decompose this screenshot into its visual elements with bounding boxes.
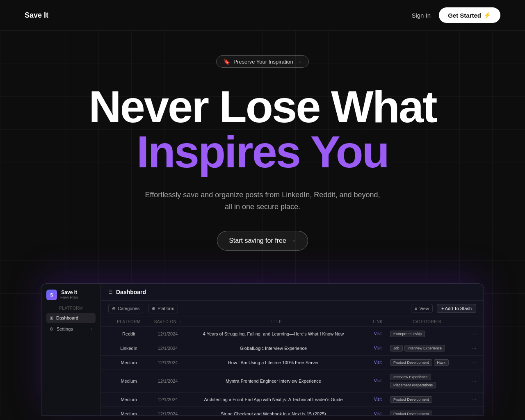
get-started-button[interactable]: Get Started ⚡ [439, 7, 500, 23]
category-tag: Product Development [390, 396, 432, 403]
cell-categories: Job Interview Experience [390, 345, 464, 352]
visit-link[interactable]: Visit [365, 360, 390, 365]
add-stash-label: + Add To Stash [441, 306, 472, 311]
sidebar-section-label: Platform [46, 306, 96, 310]
cell-title: Architecting a Front-End App with Next.j… [186, 397, 365, 402]
table-row: Medium 12/1/2024 Myntra Frontend Enginee… [101, 370, 484, 393]
category-tag: Placement Preparations [390, 382, 436, 388]
sidebar-item-settings[interactable]: ⚙ Settings › [46, 324, 96, 334]
table-row: Reddit 12/1/2024 4 Years of Struggling, … [101, 327, 484, 341]
visit-link[interactable]: Visit [365, 346, 390, 350]
cell-categories: Entrepreneurship [390, 331, 464, 337]
preview-table: Platform Saved On ↕ Title Link Categorie… [101, 317, 484, 415]
row-menu[interactable]: ··· [464, 345, 476, 351]
toolbar-left: ⊕ Categories ⊕ Platform [108, 304, 178, 313]
col-categories: Categories [390, 320, 464, 324]
category-tag: Product Development [390, 411, 432, 415]
cell-platform: Medium [108, 411, 149, 415]
col-menu [464, 320, 476, 324]
start-arrow-icon: → [290, 237, 296, 244]
table-row: Medium 12/1/2024 How I Am Using a Lifeti… [101, 356, 484, 370]
platform-icon: ⊕ [152, 306, 155, 311]
cell-title: Myntra Frontend Engineer Interview Exper… [186, 379, 365, 383]
cell-categories: Interview Experience Placement Preparati… [390, 374, 464, 388]
sidebar-plan: Free Plan [60, 295, 78, 300]
sidebar-item-dashboard[interactable]: ⊞ Dashboard [46, 313, 96, 323]
badge-pill: 🔖 Preserve Your Inspiration → [216, 55, 308, 68]
dashboard-icon: ⊞ [50, 315, 53, 321]
dashboard-preview: S Save It Free Plan Platform ⊞ Dashboard… [41, 283, 484, 415]
table-row: LinkedIn 12/1/2024 GlobalLogic Interview… [101, 341, 484, 356]
sign-in-button[interactable]: Sign In [411, 12, 431, 19]
add-to-stash-button[interactable]: + Add To Stash [437, 304, 476, 313]
preview-main: ☰ Dashboard ⊕ Categories ⊕ Platform [101, 284, 484, 415]
cell-date: 12/1/2024 [149, 379, 186, 383]
toolbar-right: ≡ View + Add To Stash [411, 304, 476, 313]
hero-heading-line1: Never Lose What [16, 84, 509, 129]
start-saving-label: Start saving for free [229, 237, 286, 244]
cell-platform: Reddit [108, 331, 149, 336]
row-menu[interactable]: ··· [464, 397, 476, 402]
platform-label: Platform [158, 306, 174, 311]
visit-link[interactable]: Visit [365, 411, 390, 415]
categories-button[interactable]: ⊕ Categories [108, 304, 143, 313]
platform-button[interactable]: ⊕ Platform [148, 304, 178, 313]
table-row: Medium 12/1/2024 Architecting a Front-En… [101, 393, 484, 407]
cell-date: 12/1/2024 [149, 331, 186, 336]
category-tag: Entrepreneurship [390, 331, 425, 337]
cell-title: How I Am Using a Lifetime 100% Free Serv… [186, 360, 365, 365]
col-platform: Platform [108, 320, 149, 324]
cell-title: 4 Years of Struggling, Failing, and Lear… [186, 331, 365, 336]
row-menu[interactable]: ··· [464, 360, 476, 365]
hero-section: 🔖 Preserve Your Inspiration → Never Lose… [0, 31, 525, 415]
cell-categories: Product Development Hack [390, 359, 464, 366]
sidebar-settings-label: Settings [57, 326, 73, 331]
category-tag: Job [390, 345, 403, 352]
filter-icon: ⊕ [112, 306, 116, 311]
row-menu[interactable]: ··· [464, 411, 476, 415]
badge-text: Preserve Your Inspiration [233, 59, 293, 65]
sidebar-brand: S Save It Free Plan [46, 290, 96, 300]
navbar: Save It Sign In Get Started ⚡ [0, 0, 525, 31]
view-button[interactable]: ≡ View [411, 304, 433, 313]
cell-title: GlobalLogic Interview Experience [186, 346, 365, 351]
preview-toolbar: ⊕ Categories ⊕ Platform ≡ View [101, 301, 484, 317]
avatar: S [46, 290, 57, 300]
bookmark-icon: 🔖 [223, 58, 230, 65]
table-header: Platform Saved On ↕ Title Link Categorie… [101, 317, 484, 327]
col-saved-on: Saved On ↕ [149, 320, 186, 324]
preview-title: Dashboard [116, 289, 146, 295]
nav-logo: Save It [25, 11, 48, 20]
hero-heading-line2: Inspires You [16, 129, 509, 174]
visit-link[interactable]: Visit [365, 331, 390, 336]
cell-date: 12/1/2024 [149, 346, 186, 351]
category-tag: Hack [434, 359, 449, 366]
hero-sub-line2: all in one secure place. [225, 203, 300, 211]
hero-heading: Never Lose What Inspires You [16, 84, 509, 174]
row-menu[interactable]: ··· [464, 378, 476, 384]
visit-link[interactable]: Visit [365, 379, 390, 383]
sidebar-brand-name: Save It [60, 290, 78, 295]
cell-categories: Product Development [390, 396, 464, 403]
cell-platform: LinkedIn [108, 346, 149, 351]
settings-icon: ⚙ [50, 326, 54, 332]
badge-arrow-icon: → [297, 59, 302, 65]
cell-date: 12/1/2024 [149, 360, 186, 365]
hero-subtitle: Effortlessly save and organize posts fro… [16, 189, 509, 213]
row-menu[interactable]: ··· [464, 331, 476, 337]
col-title: Title [186, 320, 365, 324]
preview-header: ☰ Dashboard [101, 284, 484, 301]
cell-title: Stripe Checkout and Webhook in a Next.js… [186, 411, 365, 415]
col-link: Link [365, 320, 390, 324]
sidebar-dashboard-label: Dashboard [56, 315, 78, 320]
menu-icon: ☰ [108, 289, 113, 295]
chevron-right-icon: › [91, 327, 92, 331]
visit-link[interactable]: Visit [365, 397, 390, 402]
cell-platform: Medium [108, 360, 149, 365]
hero-sub-line1: Effortlessly save and organize posts fro… [145, 191, 380, 199]
categories-label: Categories [118, 306, 139, 311]
start-saving-button[interactable]: Start saving for free → [217, 231, 308, 251]
table-row: Medium 12/1/2024 Stripe Checkout and Web… [101, 407, 484, 415]
cell-date: 12/1/2024 [149, 411, 186, 415]
cell-platform: Medium [108, 397, 149, 402]
